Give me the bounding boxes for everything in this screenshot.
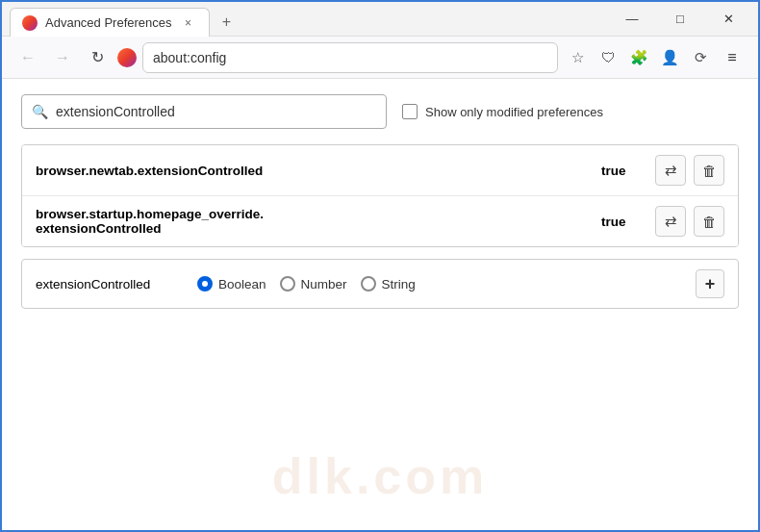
pref-name-1: browser.newtab.extensionControlled: [36, 164, 601, 178]
firefox-logo-icon: [117, 48, 137, 67]
title-bar: Advanced Preferences × + — □ ✕: [2, 2, 758, 37]
pref-value-1: true: [601, 164, 640, 178]
show-modified-label: Show only modified preferences: [425, 105, 603, 119]
boolean-radio-circle: [197, 276, 213, 291]
pref-name-line1: browser.startup.homepage_override.: [36, 207, 601, 221]
string-radio-label: String: [382, 277, 416, 291]
forward-button[interactable]: →: [48, 43, 77, 72]
show-modified-checkbox[interactable]: [402, 104, 418, 119]
bookmark-icon[interactable]: ☆: [564, 44, 591, 71]
tab-area: Advanced Preferences × +: [10, 2, 610, 36]
window-controls: — □ ✕: [610, 4, 750, 35]
results-table: browser.newtab.extensionControlled true …: [21, 144, 739, 247]
back-button[interactable]: ←: [13, 43, 42, 72]
table-row: browser.startup.homepage_override. exten…: [22, 196, 738, 246]
delete-button-2[interactable]: 🗑: [694, 206, 724, 237]
tab-title: Advanced Preferences: [45, 15, 172, 30]
nav-bar: ← → ↻ about:config ☆ 🛡 🧩 👤 ⟳ ≡: [2, 37, 758, 79]
refresh-button[interactable]: ↻: [83, 43, 112, 72]
nav-icons: ☆ 🛡 🧩 👤 ⟳ ≡: [564, 43, 747, 72]
search-row: 🔍 Show only modified preferences: [21, 94, 739, 129]
table-row: browser.newtab.extensionControlled true …: [22, 145, 738, 196]
delete-button-1[interactable]: 🗑: [694, 155, 724, 186]
new-tab-button[interactable]: +: [214, 9, 241, 36]
number-radio-option[interactable]: Number: [280, 276, 347, 291]
search-box[interactable]: 🔍: [21, 94, 387, 129]
string-radio-circle: [361, 276, 376, 291]
row-actions-2: ⇄ 🗑: [655, 206, 724, 237]
close-button[interactable]: ✕: [706, 4, 750, 35]
number-radio-label: Number: [301, 277, 347, 291]
pref-name-2: browser.startup.homepage_override. exten…: [36, 207, 601, 236]
boolean-radio-label: Boolean: [218, 277, 266, 291]
pref-name-line2: extensionControlled: [36, 221, 601, 236]
extension-icon[interactable]: 🧩: [625, 44, 652, 71]
add-pref-button[interactable]: +: [696, 269, 724, 298]
number-radio-circle: [280, 276, 295, 291]
address-bar[interactable]: about:config: [142, 42, 558, 73]
menu-button[interactable]: ≡: [718, 43, 747, 72]
maximize-button[interactable]: □: [658, 4, 702, 35]
address-text: about:config: [153, 50, 547, 65]
sync-icon[interactable]: ⟳: [687, 44, 714, 71]
tab-close-button[interactable]: ×: [180, 14, 197, 32]
active-tab[interactable]: Advanced Preferences ×: [10, 8, 210, 37]
type-radio-group: Boolean Number String: [197, 276, 676, 291]
watermark: dlk.com: [272, 447, 489, 505]
new-pref-name: extensionControlled: [36, 277, 170, 291]
row-actions-1: ⇄ 🗑: [655, 155, 724, 186]
show-modified-row[interactable]: Show only modified preferences: [402, 104, 603, 119]
toggle-button-2[interactable]: ⇄: [655, 206, 686, 237]
shield-icon[interactable]: 🛡: [595, 44, 621, 71]
content-area: 🔍 Show only modified preferences browser…: [2, 79, 758, 532]
boolean-radio-option[interactable]: Boolean: [197, 276, 266, 291]
profile-icon[interactable]: 👤: [656, 44, 683, 71]
add-pref-row: extensionControlled Boolean Number Strin…: [21, 259, 739, 309]
search-input[interactable]: [56, 104, 376, 119]
tab-favicon: [22, 15, 38, 31]
pref-value-2: true: [601, 215, 640, 229]
toggle-button-1[interactable]: ⇄: [655, 155, 686, 186]
string-radio-option[interactable]: String: [361, 276, 416, 291]
search-icon: 🔍: [32, 104, 48, 119]
minimize-button[interactable]: —: [610, 4, 654, 35]
